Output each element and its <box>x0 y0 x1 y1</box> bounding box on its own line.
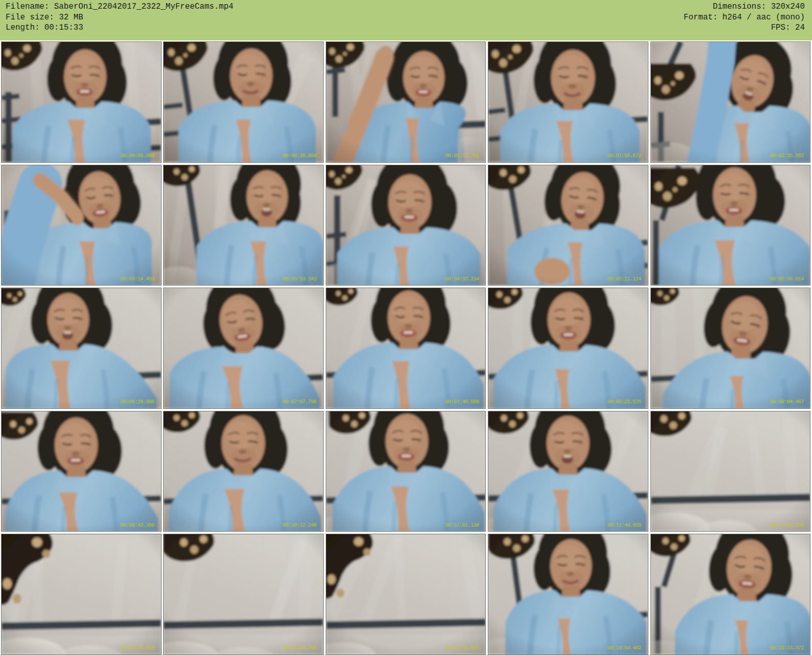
svg-text:00:07:07.796: 00:07:07.796 <box>283 399 317 405</box>
svg-text:00:12:18.920: 00:12:18.920 <box>770 521 804 528</box>
svg-text:00:14:15.591: 00:14:15.591 <box>445 645 479 651</box>
svg-text:00:11:01.138: 00:11:01.138 <box>445 521 479 528</box>
svg-text:00:13:36.700: 00:13:36.700 <box>283 645 317 651</box>
svg-text:00:03:14.453: 00:03:14.453 <box>121 275 154 281</box>
svg-text:00:03:53.343: 00:03:53.343 <box>283 275 317 281</box>
svg-text:00:02:35.562: 00:02:35.562 <box>770 152 804 159</box>
svg-text:00:05:11.124: 00:05:11.124 <box>607 275 641 281</box>
svg-text:00:05:50.014: 00:05:50.014 <box>770 275 804 281</box>
svg-text:00:09:04.467: 00:09:04.467 <box>770 399 804 405</box>
svg-text:00:04:32.234: 00:04:32.234 <box>445 275 479 281</box>
svg-text:00:00:38.890: 00:00:38.890 <box>283 152 317 159</box>
svg-text:00:15:33.372: 00:15:33.372 <box>770 645 804 651</box>
svg-text:00:07:46.686: 00:07:46.686 <box>445 399 479 405</box>
svg-text:00:10:22.248: 00:10:22.248 <box>283 521 317 528</box>
svg-text:00:12:57.810: 00:12:57.810 <box>121 645 154 651</box>
svg-text:00:11:40.029: 00:11:40.029 <box>607 521 641 528</box>
svg-text:00:09:43.358: 00:09:43.358 <box>121 521 154 528</box>
svg-text:00:08:25.576: 00:08:25.576 <box>607 399 641 405</box>
svg-text:00:06:28.905: 00:06:28.905 <box>121 399 154 405</box>
svg-text:00:14:54.482: 00:14:54.482 <box>607 645 641 651</box>
svg-text:00:01:17.781: 00:01:17.781 <box>445 152 479 159</box>
svg-text:00:01:56.672: 00:01:56.672 <box>607 152 641 159</box>
svg-text:00:00:00.000: 00:00:00.000 <box>121 152 154 159</box>
